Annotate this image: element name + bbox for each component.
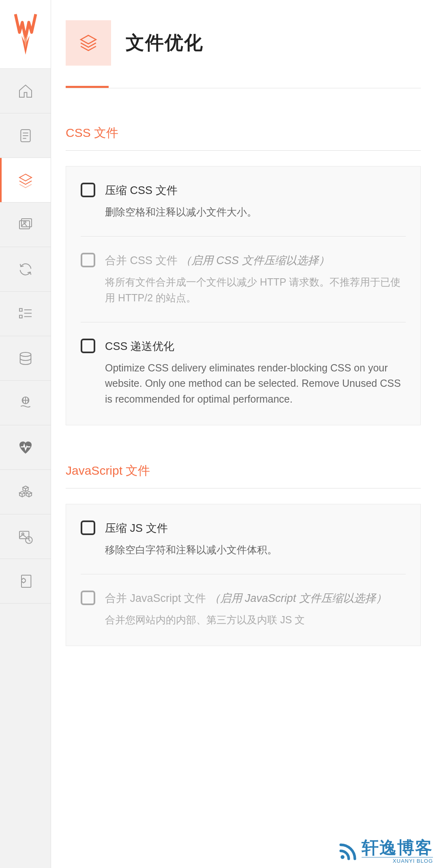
sidebar-item-advanced-rules[interactable] <box>0 292 51 336</box>
wp-rocket-logo-icon <box>13 12 38 57</box>
option-label: 压缩 CSS 文件 <box>105 183 406 198</box>
sidebar-item-image-optimization[interactable] <box>0 514 51 559</box>
refresh-icon <box>17 261 34 277</box>
globe-hand-icon <box>17 395 34 411</box>
main-content: 文件优化 CSS 文件 压缩 CSS 文件 删除空格和注释以减小文件大小。 合并… <box>51 0 437 868</box>
sidebar-logo <box>0 0 51 69</box>
header-icon-box <box>66 20 111 66</box>
images-icon <box>17 217 34 233</box>
sidebar-item-addons[interactable] <box>0 470 51 514</box>
option-optimize-css-delivery: CSS 递送优化 Optimize CSS delivery eliminate… <box>81 322 406 407</box>
sidebar-item-tools[interactable] <box>0 559 51 604</box>
option-label: CSS 递送优化 <box>105 339 406 354</box>
layers-icon <box>17 172 34 188</box>
checkbox-combine-js <box>81 591 95 605</box>
list-icon <box>17 306 34 322</box>
sidebar-item-dashboard[interactable] <box>0 69 51 113</box>
section-title-css: CSS 文件 <box>66 125 421 141</box>
document-icon <box>17 128 34 144</box>
option-minify-css: 压缩 CSS 文件 删除空格和注释以减小文件大小。 <box>81 183 406 236</box>
checkbox-minify-css[interactable] <box>81 183 95 197</box>
watermark: 轩逸博客 XUANYI BLOG <box>337 839 433 864</box>
layers-icon <box>78 33 99 53</box>
watermark-cn: 轩逸博客 <box>362 839 433 856</box>
checkbox-optimize-css-delivery[interactable] <box>81 339 95 353</box>
svg-point-7 <box>24 221 26 223</box>
cubes-icon <box>17 484 34 500</box>
tab-line <box>66 88 421 88</box>
checkbox-minify-js[interactable] <box>81 520 95 535</box>
svg-point-21 <box>341 855 345 859</box>
option-desc: 合并您网站内的内部、第三方以及内联 JS 文 <box>105 612 406 628</box>
gear-document-icon <box>17 573 34 589</box>
page-title: 文件优化 <box>126 30 204 55</box>
panel-js: 压缩 JS 文件 移除空白字符和注释以减小文件体积。 合并 JavaScript… <box>66 504 421 646</box>
svg-marker-4 <box>19 174 32 181</box>
page-header: 文件优化 <box>66 20 421 66</box>
panel-css: 压缩 CSS 文件 删除空格和注释以减小文件大小。 合并 CSS 文件 （启用 … <box>66 166 421 425</box>
option-desc: 将所有文件合并成一个文件以减少 HTTP 请求数。不推荐用于已使用 HTTP/2… <box>105 274 406 306</box>
option-desc: Optimize CSS delivery eliminates render-… <box>105 360 406 407</box>
svg-rect-5 <box>19 221 30 229</box>
section-divider <box>66 150 421 151</box>
svg-rect-9 <box>19 315 22 318</box>
sidebar-item-media[interactable] <box>0 203 51 247</box>
option-combine-js: 合并 JavaScript 文件 （启用 JavaScript 文件压缩以选择）… <box>81 574 406 628</box>
checkbox-combine-css <box>81 253 95 267</box>
watermark-en: XUANYI BLOG <box>362 857 433 864</box>
option-combine-css: 合并 CSS 文件 （启用 CSS 文件压缩以选择） 将所有文件合并成一个文件以… <box>81 236 406 322</box>
rss-icon <box>337 841 358 862</box>
option-desc: 删除空格和注释以减小文件大小。 <box>105 204 406 220</box>
svg-rect-15 <box>19 531 29 538</box>
svg-rect-18 <box>21 575 31 587</box>
sidebar-item-cdn[interactable] <box>0 381 51 425</box>
heartbeat-icon <box>17 439 34 456</box>
sidebar-item-preload[interactable] <box>0 247 51 292</box>
section-title-js: JavaScript 文件 <box>66 463 421 479</box>
option-label: 压缩 JS 文件 <box>105 520 406 536</box>
image-speed-icon <box>17 529 34 545</box>
option-label: 合并 JavaScript 文件 （启用 JavaScript 文件压缩以选择） <box>105 591 406 606</box>
svg-marker-20 <box>81 35 96 44</box>
sidebar-item-heartbeat[interactable] <box>0 425 51 470</box>
option-desc: 移除空白字符和注释以减小文件体积。 <box>105 542 406 558</box>
option-minify-js: 压缩 JS 文件 移除空白字符和注释以减小文件体积。 <box>81 520 406 574</box>
sidebar-item-database[interactable] <box>0 336 51 381</box>
database-icon <box>17 350 34 367</box>
home-icon <box>17 83 34 99</box>
option-label: 合并 CSS 文件 （启用 CSS 文件压缩以选择） <box>105 253 406 269</box>
section-divider <box>66 488 421 488</box>
svg-rect-8 <box>19 308 22 311</box>
sidebar-item-cache[interactable] <box>0 113 51 158</box>
sidebar-item-file-optimization[interactable] <box>0 158 51 203</box>
svg-point-13 <box>20 352 31 356</box>
sidebar <box>0 0 51 868</box>
